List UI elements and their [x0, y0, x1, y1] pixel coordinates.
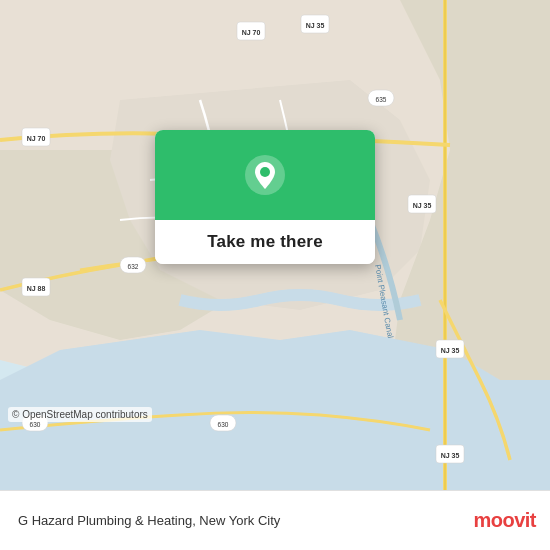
svg-text:NJ 70: NJ 70 [27, 135, 46, 142]
moovit-logo: moovit [473, 509, 536, 532]
svg-text:NJ 70: NJ 70 [242, 29, 261, 36]
svg-text:NJ 35: NJ 35 [413, 202, 432, 209]
moovit-logo-text: moovit [473, 509, 536, 532]
bottom-bar: G Hazard Plumbing & Heating, New York Ci… [0, 490, 550, 550]
location-label: G Hazard Plumbing & Heating, New York Ci… [12, 513, 473, 528]
location-pin-icon [244, 154, 286, 196]
map-container: NJ 70 NJ 70 NJ 35 635 NJ 35 NJ 88 632 NJ… [0, 0, 550, 490]
svg-text:NJ 35: NJ 35 [441, 347, 460, 354]
svg-text:NJ 35: NJ 35 [306, 22, 325, 29]
osm-attribution: © OpenStreetMap contributors [8, 407, 152, 422]
take-me-there-button[interactable]: Take me there [207, 232, 323, 251]
svg-text:630: 630 [30, 421, 41, 428]
popup-white-section[interactable]: Take me there [155, 220, 375, 264]
svg-text:632: 632 [128, 263, 139, 270]
svg-text:NJ 88: NJ 88 [27, 285, 46, 292]
svg-text:NJ 35: NJ 35 [441, 452, 460, 459]
osm-attribution-text: © OpenStreetMap contributors [12, 409, 148, 420]
popup-green-section [155, 130, 375, 220]
svg-point-35 [260, 167, 270, 177]
popup-card: Take me there [155, 130, 375, 264]
svg-text:635: 635 [376, 96, 387, 103]
svg-text:630: 630 [218, 421, 229, 428]
